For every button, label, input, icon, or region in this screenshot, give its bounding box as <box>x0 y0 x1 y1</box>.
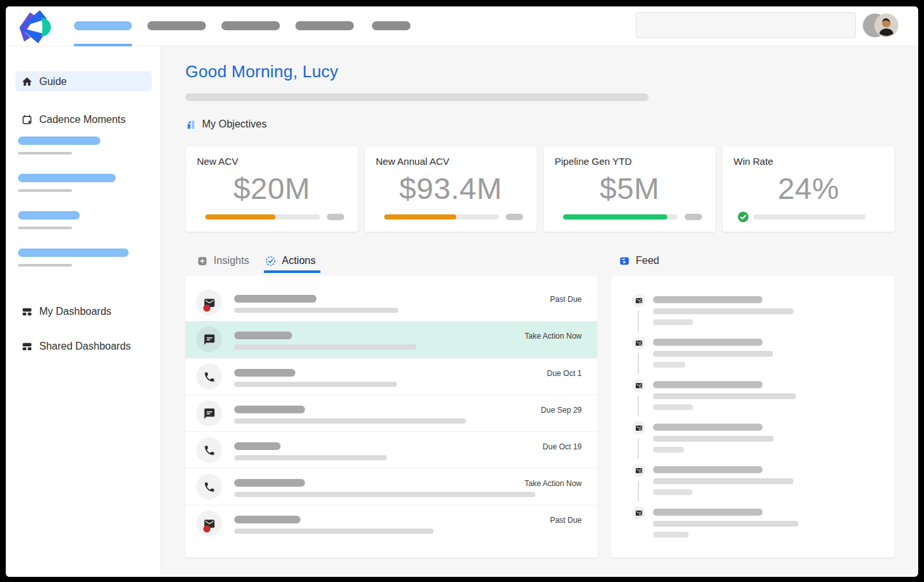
nav-item-1[interactable] <box>74 21 132 30</box>
feed-item[interactable] <box>632 379 894 421</box>
progress-track <box>384 214 499 220</box>
action-subtitle-placeholder <box>234 308 398 313</box>
nav-item-2[interactable] <box>147 21 206 30</box>
cadence-moment-subtext-placeholder <box>18 227 72 229</box>
feed-item[interactable] <box>632 294 894 336</box>
feed-subtitle-placeholder <box>653 478 793 484</box>
feed-subtitle-placeholder <box>653 351 773 357</box>
action-item[interactable]: Due Oct 19 <box>185 431 597 468</box>
mail-forward-icon <box>632 506 645 520</box>
objective-card[interactable]: Pipeline Gen YTD$5M <box>544 146 716 232</box>
feed-title-placeholder <box>653 424 762 431</box>
feed-item[interactable] <box>632 506 894 549</box>
tab-insights[interactable]: Insights <box>197 255 249 267</box>
cadence-moment-item[interactable] <box>18 136 100 145</box>
action-subtitle-placeholder <box>234 344 416 350</box>
cadence-moment-item[interactable] <box>18 174 116 182</box>
sidebar-item-label: Guide <box>39 76 67 88</box>
action-subtitle-placeholder <box>234 418 466 424</box>
action-item[interactable]: Past Due <box>185 505 597 541</box>
subtitle-placeholder <box>185 93 649 101</box>
action-title-placeholder <box>234 369 295 377</box>
objectives-cards: New ACV$20MNew Annual ACV$93.4MPipeline … <box>186 146 894 232</box>
main-content: Good Morning, Lucy My Objectives New ACV… <box>161 46 918 577</box>
objective-card-value: $93.4M <box>365 171 537 206</box>
action-title-placeholder <box>234 332 292 339</box>
action-subtitle-placeholder <box>234 492 535 497</box>
action-status: Due Oct 19 <box>542 442 582 451</box>
email-icon <box>196 511 222 536</box>
nav-item-3[interactable] <box>221 21 280 30</box>
action-item[interactable]: Due Sep 29 <box>185 395 597 431</box>
sidebar: Guide Cadence Moments My Dashboards Shar… <box>6 46 161 577</box>
objective-card-label: Win Rate <box>734 156 773 167</box>
feed-meta-placeholder <box>653 404 693 410</box>
mail-forward-icon <box>632 336 645 350</box>
feed-meta-placeholder <box>653 362 685 368</box>
action-title-placeholder <box>234 516 300 523</box>
objective-progress <box>544 211 716 223</box>
feed-item[interactable] <box>632 464 894 506</box>
actions-icon <box>265 256 276 267</box>
feed-item[interactable] <box>632 421 894 464</box>
nav-item-5[interactable] <box>372 21 411 30</box>
tabs-bar: Insights Actions <box>161 255 611 274</box>
action-item[interactable]: Past Due <box>185 285 597 321</box>
phone-icon <box>196 437 222 463</box>
progress-track <box>753 214 865 220</box>
action-status: Due Sep 29 <box>541 406 582 415</box>
feed-panel <box>611 276 894 558</box>
action-subtitle-placeholder <box>234 455 387 460</box>
objective-card[interactable]: New Annual ACV$93.4M <box>365 146 537 232</box>
objective-progress <box>365 211 537 223</box>
timeline-connector <box>638 438 639 459</box>
action-item[interactable]: Take Action Now <box>185 321 597 358</box>
calendar-star-icon <box>21 114 33 126</box>
mail-forward-icon <box>632 464 645 477</box>
feed-meta-placeholder <box>653 532 688 538</box>
feed-subtitle-placeholder <box>653 393 796 399</box>
objective-card-value: $20M <box>186 171 358 206</box>
timeline-connector <box>638 481 639 502</box>
nav-item-4[interactable] <box>295 21 354 30</box>
global-search-input[interactable] <box>636 12 856 38</box>
feed-title: Feed <box>636 255 659 267</box>
top-nav-bar <box>6 6 918 46</box>
feed-item[interactable] <box>632 336 894 379</box>
progress-fill <box>384 214 456 220</box>
sidebar-item-label: My Dashboards <box>39 306 111 317</box>
objective-card-label: Pipeline Gen YTD <box>555 156 632 167</box>
tab-actions[interactable]: Actions <box>265 255 315 267</box>
feed-title-placeholder <box>653 509 762 516</box>
action-title-placeholder <box>234 406 305 413</box>
check-circle-icon <box>737 211 749 223</box>
sidebar-item-guide[interactable]: Guide <box>15 71 152 91</box>
action-title-placeholder <box>234 442 281 450</box>
chat-icon <box>196 326 222 352</box>
action-status: Past Due <box>550 516 582 525</box>
actions-panel: Past DueTake Action NowDue Oct 1Due Sep … <box>185 276 597 558</box>
objective-card[interactable]: Win Rate24% <box>723 146 894 232</box>
sidebar-item-shared-dashboards[interactable]: Shared Dashboards <box>15 336 152 356</box>
dashboard-icon <box>21 306 33 317</box>
page-title: Good Morning, Lucy <box>185 62 338 82</box>
objective-card[interactable]: New ACV$20M <box>186 146 358 232</box>
clari-logo[interactable] <box>15 8 52 45</box>
action-item[interactable]: Due Oct 1 <box>185 358 597 395</box>
sidebar-item-cadence-moments[interactable]: Cadence Moments <box>15 109 152 129</box>
action-status: Past Due <box>550 295 582 304</box>
action-item[interactable]: Take Action Now <box>185 468 597 505</box>
progress-value-placeholder <box>685 214 702 220</box>
progress-value-placeholder <box>327 214 344 220</box>
cadence-moment-item[interactable] <box>18 211 80 220</box>
action-status: Take Action Now <box>524 479 582 488</box>
cadence-moment-subtext-placeholder <box>18 152 72 155</box>
active-nav-underline <box>74 44 132 46</box>
mail-forward-icon <box>632 379 645 392</box>
feed-subtitle-placeholder <box>653 521 799 527</box>
feed-title-placeholder <box>653 339 762 346</box>
cadence-moment-item[interactable] <box>18 249 129 257</box>
user-avatar[interactable] <box>863 14 899 38</box>
sidebar-item-my-dashboards[interactable]: My Dashboards <box>15 301 152 321</box>
objective-card-value: 24% <box>723 171 894 206</box>
